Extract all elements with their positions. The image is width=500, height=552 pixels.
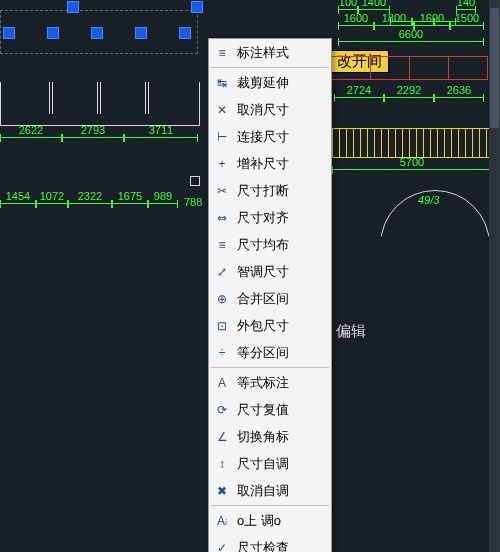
menu-item-icon: ⊡ [213,317,231,335]
menu-item[interactable]: +增补尺寸 [209,150,331,177]
dim-value: 2622 [19,124,43,136]
menu-item-label: 连接尺寸 [237,128,323,146]
scrollbar-thumb[interactable] [490,8,499,128]
menu-item-icon: ∠ [213,428,231,446]
menu-item-icon: ⊕ [213,290,231,308]
dim-value: 6600 [399,28,423,40]
menu-item-icon: ≡ [213,44,231,62]
menu-item-label: 合并区间 [237,290,323,308]
menu-item-icon: ⊢ [213,128,231,146]
menu-item-label: 尺寸自调 [237,455,323,473]
menu-item-icon: ⤢ [213,263,231,281]
menu-separator [211,367,329,368]
dim-value: 49/3 [418,194,439,206]
dim-value: 2322 [78,190,102,202]
menu-item[interactable]: ✖取消自调 [209,477,331,504]
menu-item[interactable]: ↹裁剪延伸 [209,69,331,96]
dimension-run: 2622 2793 3711 [0,132,198,150]
dim-value: 1454 [6,190,30,202]
menu-item[interactable]: Aᵢo上 调o [209,507,331,534]
dim-value: 2793 [81,124,105,136]
dim-value: 1500 [455,12,479,24]
hatch-region [332,128,492,158]
menu-item[interactable]: ⊕合并区间 [209,285,331,312]
menu-item[interactable]: ÷等分区间 [209,339,331,366]
selection-grip[interactable] [4,28,14,38]
menu-item-label: 裁剪延伸 [237,74,323,92]
menu-item[interactable]: A等式标注 [209,369,331,396]
menu-item-label: 等分区间 [237,344,323,362]
menu-item-icon: + [213,155,231,173]
menu-item-label: 外包尺寸 [237,317,323,335]
menu-item-label: 智调尺寸 [237,263,323,281]
menu-item-icon: ✂ [213,182,231,200]
menu-item[interactable]: ⊢连接尺寸 [209,123,331,150]
menu-item[interactable]: ↕尺寸自调 [209,450,331,477]
menu-item-label: 尺寸复值 [237,401,323,419]
menu-item-label: 取消尺寸 [237,101,323,119]
dim-value: 2636 [447,84,471,96]
dim-value: 3711 [149,124,173,136]
menu-item-label: 尺寸对齐 [237,209,323,227]
menu-item-icon: A [213,374,231,392]
dim-value: 989 [154,190,172,202]
dim-value: 788 [184,196,202,208]
menu-item[interactable]: ⟳尺寸复值 [209,396,331,423]
menu-item-icon: ⟳ [213,401,231,419]
menu-item[interactable]: ✓尺寸检查 [209,534,331,552]
dim-value: 2724 [347,84,371,96]
menu-item[interactable]: ∠切换角标 [209,423,331,450]
menu-item-icon: ↹ [213,74,231,92]
selection-grip[interactable] [180,28,190,38]
dim-value: 140 [457,0,475,8]
menu-item[interactable]: ✕取消尺寸 [209,96,331,123]
menu-item-icon: ≡ [213,236,231,254]
menu-item-label: 等式标注 [237,374,323,392]
context-menu: ≡标注样式↹裁剪延伸✕取消尺寸⊢连接尺寸+增补尺寸✂尺寸打断⇔尺寸对齐≡尺寸均布… [208,38,332,552]
menu-item[interactable]: ⊡外包尺寸 [209,312,331,339]
dim-value: 1800 [382,12,406,24]
menu-item[interactable]: ⤢智调尺寸 [209,258,331,285]
menu-item-icon: ✕ [213,101,231,119]
arc-outline [380,190,490,300]
menu-item-icon: ✓ [213,539,231,553]
menu-item-label: 尺寸均布 [237,236,323,254]
dimension-run: 2724 2292 2636 [334,92,484,110]
menu-item-label: 切换角标 [237,428,323,446]
selection-grip[interactable] [68,2,78,12]
menu-item-label: o上 调o [237,512,323,530]
menu-item-icon: ✖ [213,482,231,500]
menu-item-icon: Aᵢ [213,512,231,530]
selection-grip[interactable] [136,28,146,38]
dim-value: 1675 [118,190,142,202]
menu-item[interactable]: ≡尺寸均布 [209,231,331,258]
menu-separator [211,67,329,68]
dim-value: 1600 [420,12,444,24]
menu-item[interactable]: ⇔尺寸对齐 [209,204,331,231]
vertical-scrollbar[interactable] [489,0,500,552]
dim-value: 2292 [397,84,421,96]
cad-canvas[interactable]: 100 1400 140 1600 1800 1600 1500 6600 改开… [0,0,500,552]
menu-item-icon: ↕ [213,455,231,473]
selection-grip[interactable] [48,28,58,38]
menu-item-label: 取消自调 [237,482,323,500]
menu-item[interactable]: ≡标注样式 [209,39,331,66]
side-label: 偏辑 [336,322,366,341]
square-marker [190,176,200,186]
menu-item-icon: ⇔ [213,209,231,227]
dim-value: 1600 [344,12,368,24]
selection-grip[interactable] [92,28,102,38]
selection-grip[interactable] [192,2,202,12]
menu-item-label: 标注样式 [237,44,323,62]
dim-value: 100 [339,0,357,8]
menu-item-label: 增补尺寸 [237,155,323,173]
dim-value: 1072 [40,190,64,202]
menu-item-label: 尺寸检查 [237,539,323,553]
menu-item-icon: ÷ [213,344,231,362]
dimension-run: 5700 [332,164,492,182]
menu-item[interactable]: ✂尺寸打断 [209,177,331,204]
dim-value: 1400 [362,0,386,8]
dimension-run: 1454 1072 2322 1675 989 [0,198,178,216]
menu-item-label: 尺寸打断 [237,182,323,200]
dim-value: 5700 [400,156,424,168]
